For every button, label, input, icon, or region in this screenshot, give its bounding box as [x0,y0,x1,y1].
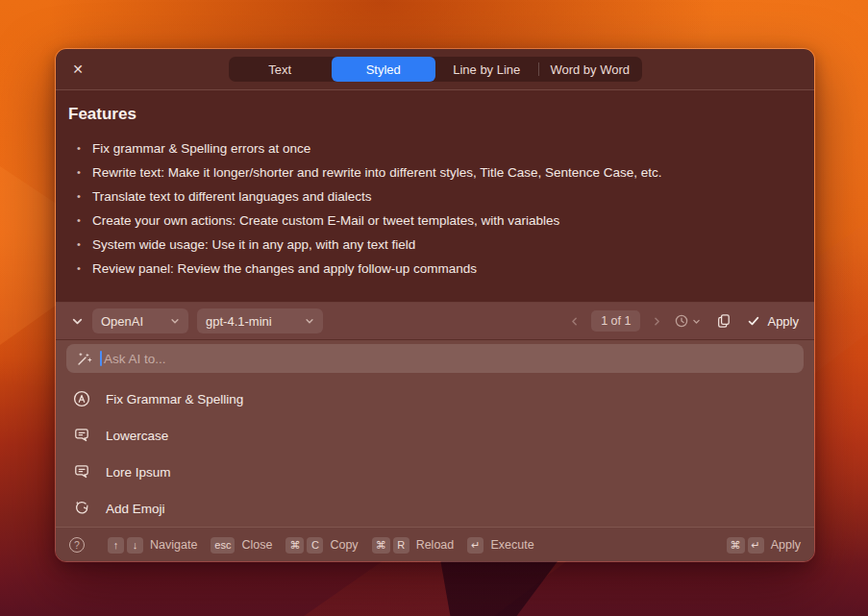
tab-word-by-word[interactable]: Word by Word [538,57,642,82]
tab-styled[interactable]: Styled [332,57,435,82]
feature-item: Create your own actions: Create custom E… [68,209,799,233]
list-item-label: Fix Grammar & Spelling [106,392,243,407]
shortcut-apply: ⌘ ↵ Apply [727,537,802,554]
previous-page-button[interactable] [569,316,580,327]
assistant-panel: ✕ Text Styled Line by Line Word by Word … [55,48,815,562]
history-dropdown-button[interactable] [674,313,701,329]
shortcut-keys: ⌘ ↵ [727,537,764,554]
list-item-lore-ipsum[interactable]: Lore Ipsum [56,454,814,490]
title-bar: ✕ Text Styled Line by Line Word by Word [56,49,814,90]
close-button[interactable]: ✕ [67,59,88,80]
shortcut-keys: ↵ [467,537,484,554]
model-toolbar: OpenAI gpt-4.1-mini 1 of 1 [56,303,814,340]
magic-wand-icon [76,351,92,367]
tab-line-by-line[interactable]: Line by Line [435,57,539,82]
key-r: R [393,537,409,554]
status-bar: ? ↑ ↓ Navigate esc Close ⌘ C Copy ⌘ [56,527,814,562]
apply-button-label: Apply [767,314,799,329]
close-icon: ✕ [72,62,84,76]
list-item-lowercase[interactable]: Lowercase [56,417,814,454]
shortcut-label: Apply [771,538,801,552]
chevron-down-icon [71,315,84,328]
feature-item: Fix grammar & Spelling errors at once [68,136,799,160]
next-page-button[interactable] [652,316,662,327]
text-caret [100,351,102,366]
copy-pages-icon [716,313,732,329]
shortcut-label: Reload [416,538,455,552]
pen-circle-icon [72,389,91,408]
text-bubble-icon [72,462,91,481]
list-item-fix-grammar[interactable]: Fix Grammar & Spelling [56,381,814,417]
model-dropdown[interactable]: gpt-4.1-mini [197,308,323,333]
apply-button[interactable]: Apply [747,314,799,329]
shortcut-navigate: ↑ ↓ Navigate [108,537,197,554]
feature-item: System wide usage: Use it in any app, wi… [68,233,799,257]
feature-item: Translate text to different languages an… [68,185,799,209]
checkmark-icon [747,314,760,328]
shortcut-copy: ⌘ C Copy [285,537,358,554]
key-return: ↵ [467,537,484,554]
text-bubble-icon [72,426,91,445]
tab-label: Styled [366,62,401,77]
page-indicator: 1 of 1 [591,310,640,332]
tab-label: Line by Line [453,62,520,77]
chevron-down-icon [305,316,314,326]
feature-item: Rewrite text: Make it longer/shorter and… [68,160,799,185]
provider-dropdown[interactable]: OpenAI [92,308,188,333]
key-command: ⌘ [372,537,390,554]
provider-dropdown-value: OpenAI [101,314,143,329]
model-dropdown-value: gpt-4.1-mini [206,314,272,329]
emoji-cycle-icon [72,499,91,518]
chevron-left-icon [569,316,580,327]
key-return: ↵ [748,537,764,554]
action-list: Fix Grammar & Spelling Lowercase Lore Ip… [56,377,814,527]
list-item-label: Lore Ipsum [106,465,171,480]
list-item-label: Add Emoji [106,502,165,516]
chevron-down-icon [170,316,180,326]
features-heading: Features [68,105,799,124]
shortcut-execute: ↵ Execute [467,537,533,554]
key-arrow-down: ↓ [127,537,143,554]
features-section: Features Fix grammar & Spelling errors a… [56,90,814,303]
history-clock-icon [674,313,689,329]
list-item-add-emoji[interactable]: Add Emoji [56,490,814,527]
key-c: C [307,537,323,554]
key-command: ⌘ [727,537,745,554]
chevron-down-icon [692,317,701,326]
chevron-right-icon [652,316,662,327]
shortcut-reload: ⌘ R Reload [372,537,455,554]
prompt-area: Ask AI to... [56,340,814,377]
tab-label: Word by Word [550,62,630,77]
help-button[interactable]: ? [69,537,85,553]
feature-item: Review panel: Review the changes and app… [68,257,799,281]
shortcut-keys: esc [211,537,235,554]
collapse-panel-button[interactable] [71,315,84,328]
list-item-label: Lowercase [106,429,168,443]
shortcut-label: Execute [490,538,533,552]
shortcut-keys: ↑ ↓ [108,537,143,554]
question-icon: ? [74,539,80,551]
key-arrow-up: ↑ [108,537,124,554]
prompt-placeholder: Ask AI to... [104,352,166,366]
tab-text[interactable]: Text [229,57,333,82]
shortcut-keys: ⌘ C [285,537,323,554]
copy-result-button[interactable] [716,313,732,329]
tab-label: Text [268,62,291,77]
shortcut-keys: ⌘ R [372,537,409,554]
shortcut-close: esc Close [211,537,272,554]
shortcut-label: Close [241,538,272,552]
key-esc: esc [211,537,235,554]
key-command: ⌘ [285,537,304,554]
view-mode-segmented-control: Text Styled Line by Line Word by Word [229,57,642,82]
toolbar-right-cluster: 1 of 1 [569,310,799,332]
prompt-input[interactable]: Ask AI to... [66,344,804,373]
shortcut-label: Copy [330,538,358,552]
features-list: Fix grammar & Spelling errors at once Re… [68,136,799,281]
shortcut-label: Navigate [150,538,197,552]
